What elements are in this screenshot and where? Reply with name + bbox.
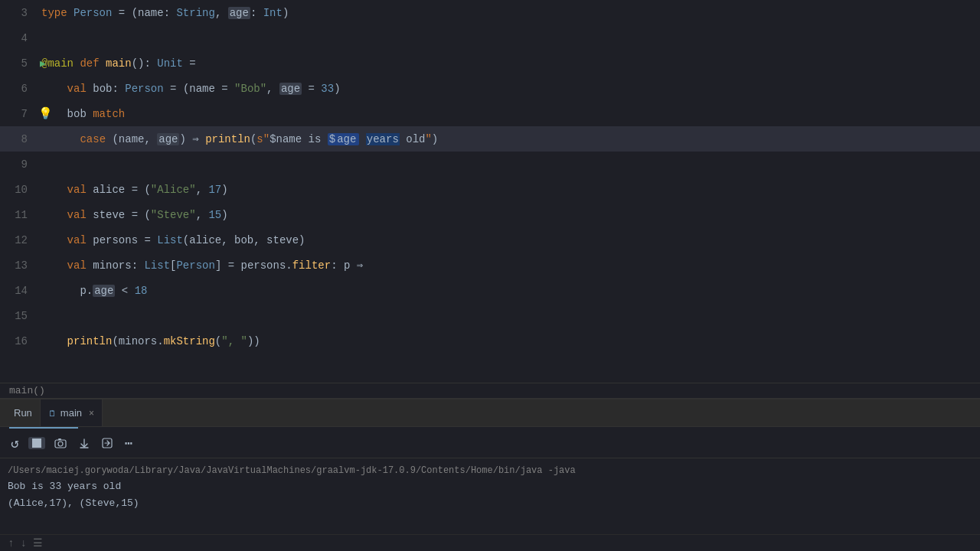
line-number-16: 16 <box>0 335 38 347</box>
line-number-10: 10 <box>0 184 38 196</box>
svg-rect-3 <box>58 439 61 440</box>
line-content-6: val bob: Person = (name = "Bob", age = 3… <box>38 83 980 95</box>
bulb-icon[interactable]: 💡 <box>38 106 53 121</box>
run-toolbar: ↺ ⋯ <box>0 429 980 458</box>
svg-point-2 <box>58 442 63 446</box>
code-line-16: 16 println(minors.mkString(", ")) <box>0 328 980 354</box>
code-line-12: 12 val persons = List(alice, bob, steve) <box>0 227 980 253</box>
line-number-14: 14 <box>0 285 38 297</box>
output-text-1: Bob is 33 years old <box>8 479 121 494</box>
rerun-button[interactable]: ↺ <box>8 433 22 453</box>
code-line-15: 15 <box>0 303 980 328</box>
line-content-13: val minors: List[Person] = persons.filte… <box>38 259 980 272</box>
more-button[interactable]: ⋯ <box>122 433 137 453</box>
camera-button[interactable] <box>51 435 70 451</box>
line-number-11: 11 <box>0 209 38 221</box>
code-line-3: 3 type Person = (name: String, age: Int) <box>0 0 980 25</box>
run-panel: Run 🗒 main × ↺ <box>0 398 980 551</box>
output-line-2: (Alice,17), (Steve,15) <box>0 495 980 512</box>
share-button[interactable] <box>99 436 116 450</box>
code-line-14: 14 p.age < 18 <box>0 278 980 303</box>
filter-button[interactable]: ☰ <box>33 536 43 549</box>
line-number-9: 9 <box>0 158 38 171</box>
svg-rect-0 <box>32 439 41 448</box>
file-icon: 🗒 <box>48 409 57 418</box>
file-tab-name: main <box>60 407 82 419</box>
bottom-controls: ↑ ↓ ☰ <box>0 534 980 551</box>
line-content-3: type Person = (name: String, age: Int) <box>38 7 980 19</box>
import-button[interactable] <box>76 436 93 450</box>
close-tab-button[interactable]: × <box>89 408 94 419</box>
line-number-3: 3 <box>0 7 38 19</box>
line-content-14: p.age < 18 <box>38 285 980 297</box>
run-tab-file[interactable]: 🗒 main × <box>40 399 103 426</box>
code-line-7: 7 💡 bob match <box>0 101 980 126</box>
line-number-8: 8 <box>0 133 38 145</box>
output-text-2: (Alice,17), (Steve,15) <box>8 496 139 511</box>
line-number-7: 7 <box>0 108 38 120</box>
scroll-up-button[interactable]: ↑ <box>8 537 14 549</box>
line-content-5: @main def main(): Unit = <box>38 57 980 70</box>
code-line-10: 10 val alice = ("Alice", 17) <box>0 177 980 202</box>
status-bar: main() <box>0 383 980 398</box>
stop-button[interactable] <box>28 437 45 449</box>
line-number-6: 6 <box>0 83 38 95</box>
status-text: main() <box>9 385 45 396</box>
line-number-15: 15 <box>0 310 38 322</box>
code-lines: 3 type Person = (name: String, age: Int)… <box>0 0 980 354</box>
line-content-7: bob match <box>38 108 980 120</box>
line-number-13: 13 <box>0 259 38 272</box>
line-content-16: println(minors.mkString(", ")) <box>38 335 980 347</box>
output-path-text: /Users/maciej.gorywoda/Library/Java/Java… <box>8 464 576 478</box>
code-line-4: 4 <box>0 25 980 51</box>
line-content-11: val steve = ("Steve", 15) <box>38 209 980 221</box>
editor-area: 3 type Person = (name: String, age: Int)… <box>0 0 980 383</box>
output-line-1: Bob is 33 years old <box>0 478 980 495</box>
line-number-5: 5 <box>0 57 38 70</box>
line-number-4: 4 <box>0 32 38 44</box>
line-content-12: val persons = List(alice, bob, steve) <box>38 234 980 246</box>
code-line-8: 8 case (name, age) ⇒ println(s"$name is … <box>0 126 980 152</box>
line-content-10: val alice = ("Alice", 17) <box>38 184 980 196</box>
code-line-5: 5 ▶ @main def main(): Unit = <box>0 51 980 76</box>
run-tabs: Run 🗒 main × <box>0 399 980 427</box>
code-line-13: 13 val minors: List[Person] = persons.fi… <box>0 253 980 278</box>
output-line-path: /Users/maciej.gorywoda/Library/Java/Java… <box>0 463 980 478</box>
line-number-12: 12 <box>0 234 38 246</box>
code-line-11: 11 val steve = ("Steve", 15) <box>0 202 980 227</box>
line-content-8: case (name, age) ⇒ println(s"$name is $a… <box>38 132 980 145</box>
run-tab-label[interactable]: Run <box>6 399 40 426</box>
code-line-6: 6 val bob: Person = (name = "Bob", age =… <box>0 76 980 101</box>
code-line-9: 9 <box>0 152 980 177</box>
scroll-down-button[interactable]: ↓ <box>20 537 26 549</box>
run-output: /Users/maciej.gorywoda/Library/Java/Java… <box>0 458 980 534</box>
run-icon[interactable]: ▶ <box>40 57 46 70</box>
